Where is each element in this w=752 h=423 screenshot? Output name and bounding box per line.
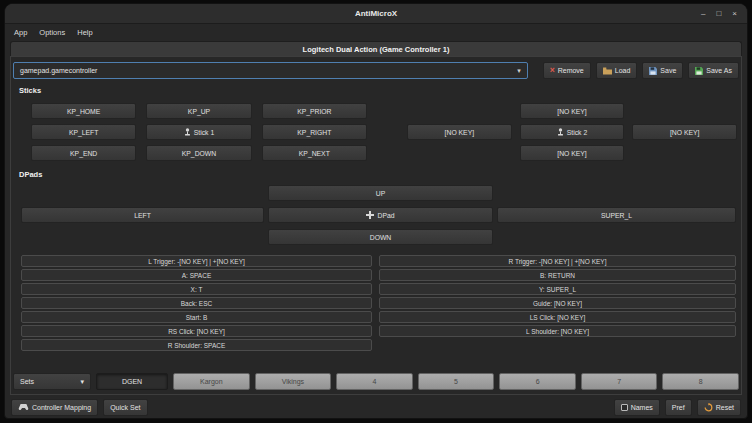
l-trigger-button[interactable]: L Trigger: -[NO KEY] | +[NO KEY] — [21, 255, 372, 267]
stick1-up-right-button[interactable]: KP_PRIOR — [262, 103, 367, 119]
stick2-grid-spacer — [407, 103, 512, 119]
profile-combobox[interactable]: gamepad.gamecontroller ▾ — [13, 62, 528, 79]
reset-button[interactable]: Reset — [697, 399, 741, 416]
menu-options[interactable]: Options — [33, 25, 71, 40]
dpad-button[interactable]: DPad — [268, 207, 493, 223]
mapping-column-right: R Trigger: -[NO KEY] | +[NO KEY] B: RETU… — [379, 255, 736, 337]
chevron-down-icon: ▾ — [517, 67, 521, 75]
mapping-column-left: L Trigger: -[NO KEY] | +[NO KEY] A: SPAC… — [21, 255, 372, 351]
sticks-heading: Sticks — [19, 86, 41, 95]
menubar: App Options Help — [8, 24, 99, 40]
gamepad-icon — [18, 404, 29, 411]
maximize-icon[interactable]: □ — [716, 10, 721, 18]
set-button-8[interactable]: 8 — [662, 373, 739, 390]
sets-dropdown-label: Sets — [20, 378, 34, 385]
checkbox-icon — [621, 404, 628, 411]
stick2-grid-spacer — [632, 145, 737, 161]
dpads-heading: DPads — [19, 170, 42, 179]
footer-bar: Controller Mapping Quick Set Names Pref … — [11, 399, 741, 416]
stick2-down-button[interactable]: [NO KEY] — [520, 145, 625, 161]
stick2-up-button[interactable]: [NO KEY] — [520, 103, 625, 119]
stick2-grid-spacer — [632, 103, 737, 119]
folder-open-icon — [603, 67, 612, 75]
controller-mapping-button[interactable]: Controller Mapping — [11, 399, 98, 416]
controller-tab[interactable]: Logitech Dual Action (Game Controller 1) — [10, 41, 742, 57]
stick2-grid-spacer — [407, 145, 512, 161]
y-button[interactable]: Y: SUPER_L — [379, 283, 736, 295]
rs-click-button[interactable]: RS Click: [NO KEY] — [21, 325, 372, 337]
l-shoulder-button[interactable]: L Shoulder: [NO KEY] — [379, 325, 736, 337]
remove-button[interactable]: × Remove — [543, 62, 591, 79]
reset-arrow-icon — [704, 403, 713, 412]
stick1-up-left-button[interactable]: KP_HOME — [31, 103, 136, 119]
dpad-right-button[interactable]: SUPER_L — [497, 207, 736, 223]
save-as-disk-icon — [695, 67, 703, 75]
set-button-6[interactable]: 6 — [499, 373, 576, 390]
stick1-down-right-button[interactable]: KP_NEXT — [262, 145, 367, 161]
set-button-1[interactable]: DGEN — [96, 373, 168, 390]
app-window: AntiMicroX – □ × App Options Help Logite… — [4, 3, 748, 419]
close-icon[interactable]: × — [732, 10, 737, 18]
save-button-label: Save — [660, 67, 676, 74]
names-button-label: Names — [631, 404, 653, 411]
stick2-left-button[interactable]: [NO KEY] — [407, 124, 512, 140]
window-title: AntiMicroX — [355, 9, 397, 18]
back-button[interactable]: Back: ESC — [21, 297, 372, 309]
minimize-icon[interactable]: – — [701, 10, 705, 18]
ls-click-button[interactable]: LS Click: [NO KEY] — [379, 311, 736, 323]
save-disk-icon — [649, 67, 657, 75]
quick-set-button[interactable]: Quick Set — [103, 399, 147, 416]
chevron-down-icon: ▾ — [80, 378, 84, 386]
pref-button[interactable]: Pref — [665, 399, 692, 416]
names-toggle-button[interactable]: Names — [614, 399, 660, 416]
stick2-right-button[interactable]: [NO KEY] — [632, 124, 737, 140]
dpad-label: DPad — [377, 212, 394, 219]
load-button[interactable]: Load — [596, 62, 638, 79]
set-button-2[interactable]: Kargon — [173, 373, 250, 390]
window-controls: – □ × — [701, 4, 737, 24]
stick2-label: Stick 2 — [567, 129, 587, 136]
set-button-4[interactable]: 4 — [336, 373, 413, 390]
reset-button-label: Reset — [716, 404, 734, 411]
stick1-up-button[interactable]: KP_UP — [146, 103, 251, 119]
set-button-5[interactable]: 5 — [418, 373, 495, 390]
menu-app[interactable]: App — [8, 25, 33, 40]
stick1-right-button[interactable]: KP_RIGHT — [262, 124, 367, 140]
dpad-up-button[interactable]: UP — [268, 185, 493, 201]
profile-row: gamepad.gamecontroller ▾ × Remove Load S… — [13, 62, 739, 79]
guide-button[interactable]: Guide: [NO KEY] — [379, 297, 736, 309]
stick2-button[interactable]: Stick 2 — [520, 124, 625, 140]
joystick-icon — [184, 128, 191, 136]
joystick-icon — [557, 128, 564, 136]
dpad-icon — [366, 211, 374, 219]
x-button[interactable]: X: T — [21, 283, 372, 295]
menu-help[interactable]: Help — [71, 25, 98, 40]
stick1-left-button[interactable]: KP_LEFT — [31, 124, 136, 140]
stick1-button[interactable]: Stick 1 — [146, 124, 251, 140]
stick1-grid: KP_HOME KP_UP KP_PRIOR KP_LEFT Stick 1 K… — [31, 103, 367, 161]
titlebar[interactable]: AntiMicroX – □ × — [5, 4, 747, 24]
save-as-button[interactable]: Save As — [688, 62, 739, 79]
sets-dropdown-button[interactable]: Sets ▾ — [13, 373, 91, 390]
stick2-grid: [NO KEY] [NO KEY] Stick 2 [NO KEY] [NO K… — [407, 103, 737, 161]
a-button[interactable]: A: SPACE — [21, 269, 372, 281]
dpad-down-button[interactable]: DOWN — [268, 229, 493, 245]
stick1-down-left-button[interactable]: KP_END — [31, 145, 136, 161]
dpad-left-button[interactable]: LEFT — [21, 207, 264, 223]
remove-button-label: Remove — [558, 67, 584, 74]
r-trigger-button[interactable]: R Trigger: -[NO KEY] | +[NO KEY] — [379, 255, 736, 267]
save-as-button-label: Save As — [706, 67, 732, 74]
stick1-label: Stick 1 — [194, 129, 214, 136]
r-shoulder-button[interactable]: R Shoulder: SPACE — [21, 339, 372, 351]
load-button-label: Load — [615, 67, 631, 74]
start-button[interactable]: Start: B — [21, 311, 372, 323]
controller-mapping-label: Controller Mapping — [32, 404, 91, 411]
profile-combobox-value: gamepad.gamecontroller — [20, 67, 97, 74]
stick1-down-button[interactable]: KP_DOWN — [146, 145, 251, 161]
dpad-middle-row: LEFT DPad SUPER_L — [21, 207, 736, 223]
controller-tab-label: Logitech Dual Action (Game Controller 1) — [303, 45, 450, 54]
set-button-3[interactable]: Vikings — [255, 373, 332, 390]
set-button-7[interactable]: 7 — [581, 373, 658, 390]
b-button[interactable]: B: RETURN — [379, 269, 736, 281]
save-button[interactable]: Save — [642, 62, 683, 79]
